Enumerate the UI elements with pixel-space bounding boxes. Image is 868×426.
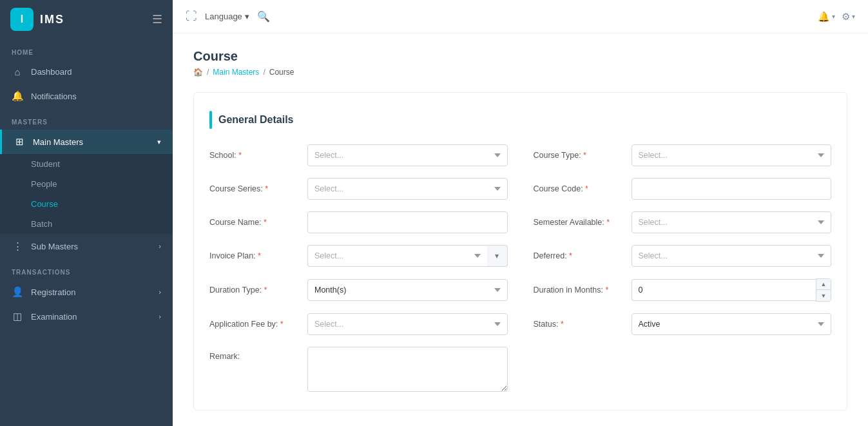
field-remark: Remark:: [209, 347, 508, 392]
field-duration-months: Duration in Months: * ▲ ▼: [534, 278, 832, 302]
share-icon: ⋮: [12, 240, 23, 252]
grid-icon: ⊞: [14, 136, 25, 148]
section-label-home: HOME: [0, 39, 173, 60]
sidebar-item-course[interactable]: Course: [0, 194, 173, 214]
main-masters-label: Main Masters: [33, 137, 83, 147]
school-label: School: *: [209, 151, 300, 160]
dashboard-label: Dashboard: [31, 67, 72, 77]
deferred-select[interactable]: Select...: [632, 245, 832, 267]
sidebar-header: I IMS ☰: [0, 0, 173, 39]
field-course-name: Course Name: *: [209, 211, 508, 233]
notifications-label: Notifications: [31, 92, 77, 101]
course-series-select[interactable]: Select...: [307, 178, 508, 200]
course-name-input[interactable]: [307, 211, 508, 233]
course-name-label: Course Name: *: [209, 218, 300, 227]
language-chevron-icon: ▾: [245, 12, 249, 21]
section-title: General Details: [218, 114, 294, 126]
sidebar-item-notifications[interactable]: 🔔 Notifications: [0, 84, 173, 108]
course-code-label: Course Code: *: [534, 184, 624, 193]
field-invoice-plan: Invoice Plan: * Select... ▾: [209, 245, 508, 267]
sidebar-item-dashboard[interactable]: ⌂ Dashboard: [0, 60, 173, 84]
school-required: *: [238, 151, 242, 160]
field-course-series: Course Series: * Select...: [209, 178, 508, 200]
field-duration-type: Duration Type: * Month(s): [209, 278, 508, 302]
chevron-right-exam-icon: ›: [159, 313, 161, 320]
field-course-code: Course Code: *: [534, 178, 832, 200]
duration-months-wrapper: ▲ ▼: [632, 278, 832, 302]
notifications-btn[interactable]: 🔔 ▾: [818, 11, 835, 23]
topbar-bell-chevron: ▾: [832, 13, 835, 20]
invoice-plan-dropdown-btn[interactable]: ▾: [487, 245, 508, 267]
section-label-masters: MASTERS: [0, 108, 173, 130]
duration-decrement-btn[interactable]: ▼: [816, 290, 831, 301]
main-masters-submenu: Student People Course Batch: [0, 154, 173, 234]
course-series-label: Course Series: *: [209, 184, 300, 193]
field-school: School: * Select...: [209, 144, 508, 166]
semester-available-select[interactable]: Select...: [632, 211, 832, 233]
breadcrumb-sep1: /: [207, 68, 209, 77]
examination-label: Examination: [31, 312, 77, 322]
form-card: General Details School: * Select... Cour…: [193, 92, 847, 411]
section-bar: [209, 111, 212, 129]
main-content: ⛶ Language ▾ 🔍 🔔 ▾ ⚙ ▾ Course 🏠 / Main M…: [173, 0, 868, 426]
duration-type-select[interactable]: Month(s): [307, 279, 508, 301]
breadcrumb-main-masters[interactable]: Main Masters: [213, 68, 259, 77]
gear-icon: ⚙: [842, 11, 850, 23]
invoice-plan-label: Invoice Plan: *: [209, 251, 300, 260]
app-fee-select[interactable]: Select...: [307, 313, 508, 335]
duration-spinners: ▲ ▼: [816, 278, 831, 302]
course-code-input[interactable]: [632, 178, 832, 200]
app-logo: I: [10, 8, 34, 31]
sidebar-item-student[interactable]: Student: [0, 154, 173, 174]
breadcrumb: 🏠 / Main Masters / Course: [193, 68, 847, 77]
topbar-left: ⛶ Language ▾ 🔍: [186, 10, 270, 23]
hamburger-icon[interactable]: ☰: [152, 12, 162, 26]
course-type-label: Course Type: *: [534, 151, 624, 160]
sub-masters-label: Sub Masters: [31, 242, 78, 251]
page-title: Course: [193, 49, 847, 64]
remark-textarea[interactable]: [307, 347, 508, 392]
sidebar-item-batch[interactable]: Batch: [0, 214, 173, 234]
settings-btn[interactable]: ⚙ ▾: [842, 11, 855, 23]
field-deferred: Deferred: * Select...: [534, 245, 832, 267]
sidebar: I IMS ☰ HOME ⌂ Dashboard 🔔 Notifications…: [0, 0, 173, 426]
field-course-type: Course Type: * Select...: [534, 144, 832, 166]
language-selector[interactable]: Language ▾: [205, 12, 249, 21]
field-app-fee: Application Fee by: * Select...: [209, 313, 508, 335]
sidebar-item-examination[interactable]: ◫ Examination ›: [0, 304, 173, 329]
semester-available-label: Semester Available: *: [534, 218, 624, 227]
form-grid: School: * Select... Course Type: * Selec…: [209, 144, 831, 392]
duration-months-input[interactable]: [632, 279, 816, 301]
sidebar-item-main-masters[interactable]: ⊞ Main Masters ▾: [0, 130, 173, 154]
school-select[interactable]: Select...: [307, 144, 508, 166]
topbar-bell-icon: 🔔: [818, 11, 830, 23]
registration-label: Registration: [31, 287, 75, 297]
gear-chevron: ▾: [852, 13, 855, 20]
sidebar-item-registration[interactable]: 👤 Registration ›: [0, 280, 173, 304]
topbar-right: 🔔 ▾ ⚙ ▾: [818, 11, 855, 23]
deferred-label: Deferred: *: [534, 251, 624, 260]
invoice-plan-select[interactable]: Select...: [307, 245, 487, 267]
expand-icon[interactable]: ⛶: [186, 10, 197, 23]
language-label: Language: [205, 12, 242, 21]
bell-icon: 🔔: [12, 90, 23, 102]
chevron-right-reg-icon: ›: [159, 288, 161, 296]
sidebar-item-sub-masters[interactable]: ⋮ Sub Masters ›: [0, 234, 173, 258]
duration-increment-btn[interactable]: ▲: [816, 279, 831, 290]
status-select[interactable]: Active: [632, 313, 832, 335]
user-reg-icon: 👤: [12, 286, 23, 298]
invoice-plan-wrapper: Select... ▾: [307, 245, 508, 267]
duration-months-label: Duration in Months: *: [534, 286, 624, 295]
remark-label: Remark:: [209, 347, 300, 361]
breadcrumb-current: Course: [269, 68, 294, 77]
breadcrumb-sep2: /: [263, 68, 265, 77]
breadcrumb-home-icon[interactable]: 🏠: [193, 68, 203, 77]
topbar: ⛶ Language ▾ 🔍 🔔 ▾ ⚙ ▾: [173, 0, 868, 34]
search-icon[interactable]: 🔍: [257, 10, 270, 23]
chevron-right-icon: ›: [159, 242, 161, 250]
course-type-select[interactable]: Select...: [632, 144, 832, 166]
exam-icon: ◫: [12, 311, 23, 322]
app-title: IMS: [40, 13, 64, 26]
field-semester-available: Semester Available: * Select...: [534, 211, 832, 233]
sidebar-item-people[interactable]: People: [0, 174, 173, 194]
